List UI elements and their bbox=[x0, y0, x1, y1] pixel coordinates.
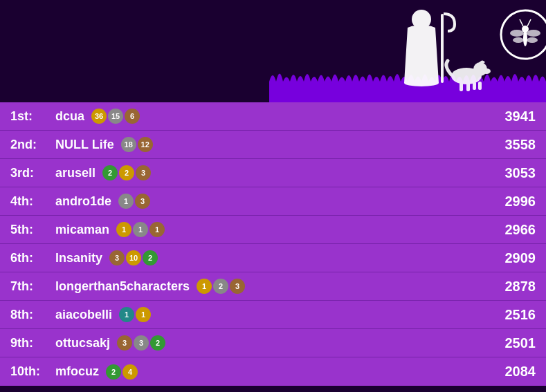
svg-point-15 bbox=[527, 30, 540, 37]
svg-rect-1 bbox=[441, 14, 444, 83]
badge-green: 2 bbox=[106, 364, 121, 380]
username-label: aiacobelli11 bbox=[55, 307, 494, 322]
badge-silver: 3 bbox=[134, 335, 149, 351]
svg-point-17 bbox=[527, 37, 538, 43]
table-row: 6th:lnsanity31022909 bbox=[0, 244, 546, 272]
username-label: lnsanity3102 bbox=[55, 250, 494, 265]
svg-point-6 bbox=[482, 68, 491, 74]
table-row: 3rd:arusell2233053 bbox=[0, 159, 546, 187]
rank-label: 1st: bbox=[10, 109, 55, 124]
username-label: mfocuz24 bbox=[55, 364, 494, 380]
username-label: ottucsakj332 bbox=[55, 335, 494, 351]
rank-label: 4th: bbox=[10, 194, 55, 209]
badge-silver: 1 bbox=[118, 194, 134, 209]
rank-label: 8th: bbox=[10, 308, 55, 322]
badge-group: 11 bbox=[119, 307, 151, 322]
svg-rect-9 bbox=[473, 82, 476, 90]
score-value: 2966 bbox=[494, 222, 536, 238]
header bbox=[0, 0, 546, 102]
score-value: 2084 bbox=[494, 364, 536, 380]
svg-point-14 bbox=[510, 30, 524, 37]
score-value: 2516 bbox=[494, 307, 536, 323]
badge-green: 2 bbox=[150, 335, 165, 351]
badge-gold: 1 bbox=[197, 279, 212, 294]
badge-group: 3102 bbox=[109, 250, 158, 265]
username-label: NULL Life1812 bbox=[55, 137, 494, 152]
rank-label: 9th: bbox=[10, 336, 55, 351]
svg-point-3 bbox=[404, 80, 439, 86]
badge-bronze: 3 bbox=[136, 165, 151, 180]
table-row: 7th:longerthan5characters1232878 bbox=[0, 272, 546, 301]
score-value: 3558 bbox=[494, 137, 536, 153]
badge-silver: 15 bbox=[108, 109, 123, 124]
badge-group: 111 bbox=[116, 222, 165, 237]
table-row: 9th:ottucsakj3322501 bbox=[0, 329, 546, 357]
svg-line-19 bbox=[527, 19, 531, 26]
badge-gold: 2 bbox=[119, 165, 134, 180]
username-label: arusell223 bbox=[55, 165, 494, 180]
table-row: 1st:dcua361563941 bbox=[0, 102, 546, 131]
table-row: 8th:aiacobelli112516 bbox=[0, 301, 546, 329]
score-value: 3941 bbox=[494, 109, 536, 124]
rank-label: 5th: bbox=[10, 223, 55, 237]
table-row: 10th:mfocuz242084 bbox=[0, 357, 546, 386]
table-row: 4th:andro1de132996 bbox=[0, 187, 546, 216]
username-label: dcua36156 bbox=[55, 109, 494, 124]
svg-point-16 bbox=[513, 37, 524, 43]
header-illustration bbox=[269, 0, 546, 102]
rank-label: 7th: bbox=[10, 279, 55, 294]
score-value: 2878 bbox=[494, 279, 536, 295]
badge-silver: 1 bbox=[133, 222, 148, 237]
badge-bronze: 3 bbox=[135, 194, 150, 209]
username-label: longerthan5characters123 bbox=[55, 279, 494, 294]
score-value: 3053 bbox=[494, 165, 536, 181]
rank-label: 3rd: bbox=[10, 166, 55, 180]
badge-gold: 10 bbox=[126, 250, 141, 265]
table-row: 5th:micaman1112966 bbox=[0, 216, 546, 244]
badge-bronze: 3 bbox=[230, 279, 245, 294]
badge-green: 2 bbox=[102, 165, 118, 180]
table-row: 2nd:NULL Life18123558 bbox=[0, 131, 546, 159]
badge-bronze: 12 bbox=[138, 137, 153, 152]
badge-bronze: 6 bbox=[125, 109, 140, 124]
badge-green: 2 bbox=[143, 250, 158, 265]
badge-group: 24 bbox=[106, 364, 138, 380]
rank-label: 6th: bbox=[10, 251, 55, 265]
rank-label: 2nd: bbox=[10, 138, 55, 152]
badge-bronze: 3 bbox=[117, 335, 132, 351]
score-value: 2501 bbox=[494, 335, 536, 351]
badge-gold: 1 bbox=[116, 222, 131, 237]
scoreboard-table: 1st:dcua3615639412nd:NULL Life181235583r… bbox=[0, 102, 546, 386]
badge-teal: 1 bbox=[119, 307, 134, 322]
svg-rect-7 bbox=[459, 82, 463, 91]
svg-rect-10 bbox=[478, 82, 482, 90]
badge-group: 36156 bbox=[91, 109, 140, 124]
svg-rect-8 bbox=[466, 82, 470, 91]
rank-label: 10th: bbox=[10, 364, 55, 379]
badge-group: 223 bbox=[102, 165, 151, 180]
username-label: micaman111 bbox=[55, 222, 494, 237]
badge-gold: 1 bbox=[136, 307, 151, 322]
badge-gold: 36 bbox=[91, 109, 107, 124]
badge-group: 123 bbox=[197, 279, 245, 294]
badge-group: 332 bbox=[117, 335, 165, 351]
badge-gold: 4 bbox=[122, 364, 138, 380]
username-label: andro1de13 bbox=[55, 194, 494, 209]
badge-group: 1812 bbox=[121, 137, 153, 152]
svg-line-18 bbox=[520, 19, 523, 26]
badge-silver: 2 bbox=[213, 279, 228, 294]
badge-group: 13 bbox=[118, 194, 150, 209]
score-value: 2996 bbox=[494, 194, 536, 209]
badge-bronze: 3 bbox=[109, 250, 125, 265]
score-value: 2909 bbox=[494, 250, 536, 266]
badge-bronze: 1 bbox=[149, 222, 165, 237]
badge-silver: 18 bbox=[121, 137, 136, 152]
